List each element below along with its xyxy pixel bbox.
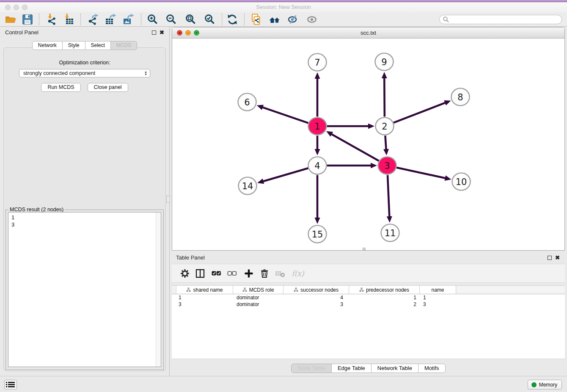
column-header-MCDS-role[interactable]: MCDS role xyxy=(233,286,284,294)
open-folder-icon[interactable] xyxy=(4,13,17,26)
refresh-icon[interactable] xyxy=(226,13,239,26)
run-mcds-button[interactable]: Run MCDS xyxy=(41,83,80,92)
show-eye-icon[interactable] xyxy=(306,13,318,26)
homes-icon[interactable] xyxy=(268,13,281,26)
close-table-panel-icon[interactable]: ✖ xyxy=(555,254,560,261)
close-panel-icon[interactable]: ✖ xyxy=(160,29,164,36)
export-image-icon[interactable] xyxy=(122,13,135,26)
memory-button[interactable]: Memory xyxy=(528,380,562,389)
export-table-icon[interactable] xyxy=(104,13,117,26)
graph-node-1[interactable]: 1 xyxy=(308,118,327,135)
tab-select[interactable]: Select xyxy=(85,41,111,50)
network-view-title: scc.txt xyxy=(172,30,564,36)
network-canvas[interactable]: 7968124314101511 xyxy=(172,39,564,250)
task-history-button[interactable] xyxy=(4,380,17,389)
cell-shared-name[interactable]: 3 xyxy=(176,301,233,307)
network-window-titlebar[interactable]: ✕ − + scc.txt xyxy=(172,28,564,39)
node-label: 11 xyxy=(385,228,396,238)
graph-edge-1-6[interactable] xyxy=(257,105,308,123)
add-icon[interactable] xyxy=(243,268,254,279)
graph-edge-1-7[interactable] xyxy=(315,72,320,117)
clone-network-icon[interactable] xyxy=(250,13,262,26)
select-all-icon[interactable] xyxy=(211,268,222,279)
column-header-predecessor-nodes[interactable]: predecessor nodes xyxy=(349,286,420,294)
node-label: 15 xyxy=(312,229,323,240)
cell-successor-nodes[interactable]: 4 xyxy=(284,295,349,301)
graph-node-11[interactable]: 11 xyxy=(381,224,399,242)
graph-edge-3-11[interactable] xyxy=(387,175,392,223)
export-network-icon[interactable] xyxy=(86,13,99,26)
cell-shared-name[interactable]: 1 xyxy=(176,295,233,301)
column-header-shared-name[interactable]: shared name xyxy=(176,286,233,294)
column-layout-icon[interactable] xyxy=(195,268,206,279)
deselect-all-icon[interactable] xyxy=(226,268,237,279)
cell-successor-nodes[interactable]: 3 xyxy=(284,301,349,307)
column-header-successor-nodes[interactable]: successor nodes xyxy=(284,286,349,294)
graph-edge-3-1[interactable] xyxy=(326,131,379,161)
tab-edge-table[interactable]: Edge Table xyxy=(331,364,372,373)
graph-edge-4-14[interactable] xyxy=(257,168,308,184)
graph-node-3[interactable]: 3 xyxy=(378,157,396,174)
zoom-in-icon[interactable] xyxy=(146,13,159,26)
column-header-name[interactable]: name xyxy=(420,286,456,294)
graph-node-6[interactable]: 6 xyxy=(238,94,256,111)
table-row[interactable]: 3dominator323 xyxy=(172,301,565,308)
column-type-icon xyxy=(186,287,191,292)
graph-edge-4-15[interactable] xyxy=(315,175,320,224)
column-label: shared name xyxy=(193,287,223,293)
graph-node-7[interactable]: 7 xyxy=(308,54,327,71)
graph-node-9[interactable]: 9 xyxy=(375,53,394,71)
zoom-out-icon[interactable] xyxy=(165,13,178,26)
cell-MCDS-role[interactable]: dominator xyxy=(233,295,284,301)
criterion-value: strongly connected component xyxy=(23,70,95,76)
dropdown-stepper-icon: ▲▼ xyxy=(144,71,147,76)
cell-name[interactable]: 1 xyxy=(420,295,456,301)
view-resize-handle[interactable] xyxy=(363,248,366,250)
tab-node-table[interactable]: Node Table xyxy=(291,364,332,373)
close-panel-button[interactable]: Close panel xyxy=(88,83,128,92)
zoom-fit-icon[interactable] xyxy=(184,13,197,26)
cell-predecessor-nodes[interactable]: 1 xyxy=(349,295,420,301)
graph-node-8[interactable]: 8 xyxy=(451,88,470,106)
import-network-icon[interactable] xyxy=(46,13,58,26)
graph-edge-3-10[interactable] xyxy=(396,168,451,181)
graph-node-4[interactable]: 4 xyxy=(308,157,327,174)
save-disk-icon[interactable] xyxy=(21,13,34,26)
edge-arrowhead xyxy=(257,179,264,184)
delete-table-icon[interactable] xyxy=(275,268,286,279)
tab-motifs[interactable]: Motifs xyxy=(418,364,446,373)
graph-node-10[interactable]: 10 xyxy=(452,173,471,190)
float-table-panel-icon[interactable] xyxy=(548,256,552,260)
float-panel-icon[interactable] xyxy=(152,30,156,35)
cell-predecessor-nodes[interactable]: 2 xyxy=(349,301,420,307)
mcds-result-box[interactable]: 13 xyxy=(8,212,161,367)
graph-node-15[interactable]: 15 xyxy=(308,226,327,243)
table-row[interactable]: 1dominator411 xyxy=(172,294,565,301)
control-panel: Control Panel ✖ NetworkStyleSelectMCDS O… xyxy=(0,27,170,376)
tab-style[interactable]: Style xyxy=(62,41,85,50)
graph-edge-1-2[interactable] xyxy=(327,124,375,129)
graph-node-2[interactable]: 2 xyxy=(376,118,394,135)
cell-name[interactable]: 3 xyxy=(420,301,456,307)
graph-edge-4-3[interactable] xyxy=(327,163,377,168)
trash-icon[interactable] xyxy=(259,268,270,279)
column-type-icon xyxy=(294,287,298,292)
graph-edge-2-8[interactable] xyxy=(394,100,451,123)
panel-divider-handle[interactable] xyxy=(166,196,170,203)
cell-MCDS-role[interactable]: dominator xyxy=(233,301,284,307)
graph-edge-1-4[interactable] xyxy=(315,136,320,156)
search-field[interactable] xyxy=(439,15,562,24)
gear-icon[interactable] xyxy=(179,268,190,279)
result-scrollbar[interactable] xyxy=(156,213,161,367)
graph-node-14[interactable]: 14 xyxy=(239,177,257,195)
zoom-selected-icon[interactable] xyxy=(204,13,216,26)
import-table-icon[interactable] xyxy=(63,13,75,26)
tab-mcds[interactable]: MCDS xyxy=(110,41,137,50)
criterion-dropdown[interactable]: strongly connected component ▲▼ xyxy=(19,69,150,77)
tab-network[interactable]: Network xyxy=(32,41,63,50)
search-input[interactable] xyxy=(449,16,561,23)
graph-edge-2-9[interactable] xyxy=(382,72,387,117)
tab-network-table[interactable]: Network Table xyxy=(371,364,418,373)
graph-edge-2-3[interactable] xyxy=(383,135,389,155)
hide-eye-icon[interactable] xyxy=(287,13,300,26)
